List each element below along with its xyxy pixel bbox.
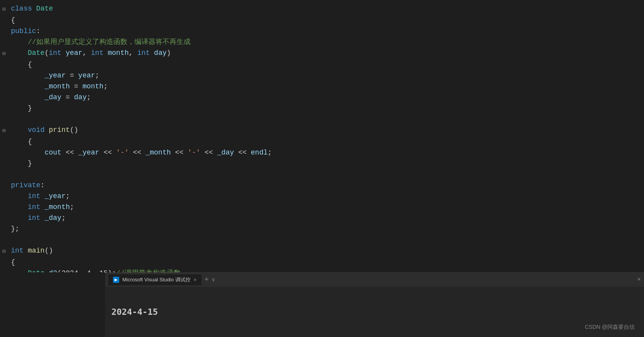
fold-gutter bbox=[0, 257, 8, 258]
code-token-plain bbox=[41, 192, 45, 200]
code-token-plain: ; bbox=[65, 192, 70, 200]
code-content: _day = day; bbox=[8, 92, 644, 103]
code-token-plain: << bbox=[171, 149, 188, 156]
code-token-member-var: _day bbox=[44, 214, 61, 222]
code-token-plain: } bbox=[11, 104, 32, 112]
code-token-member-var: _month bbox=[44, 82, 70, 90]
code-line: _year = year; bbox=[0, 70, 644, 81]
code-token-comment: //调用带参构造函数 bbox=[116, 269, 181, 272]
code-token-plain: = bbox=[70, 82, 82, 90]
code-token-plain: , bbox=[129, 49, 138, 57]
fold-gutter bbox=[0, 70, 8, 71]
code-token-plain bbox=[41, 214, 45, 222]
code-line: } bbox=[0, 158, 644, 169]
code-content: int main() bbox=[8, 245, 644, 256]
terminal-icon: ▶ bbox=[113, 277, 119, 283]
code-token-plain: << bbox=[129, 149, 146, 156]
code-token-plain: << bbox=[62, 149, 78, 156]
code-content: { bbox=[8, 257, 644, 268]
fold-gutter bbox=[0, 59, 8, 60]
code-token-plain: ; bbox=[70, 203, 74, 211]
code-token-kw-int: int bbox=[91, 49, 103, 57]
code-token-member-var: _day bbox=[44, 93, 61, 101]
code-line: ⊟int main() bbox=[0, 245, 644, 257]
code-token-var-name: d2 bbox=[49, 269, 57, 272]
fold-gutter bbox=[0, 202, 8, 202]
code-token-plain: : bbox=[41, 181, 45, 189]
code-token-class-name: Date bbox=[28, 49, 44, 57]
code-token-plain bbox=[11, 269, 28, 272]
fold-gutter[interactable]: ⊟ bbox=[0, 3, 8, 15]
terminal-tab[interactable]: ▶ Microsoft Visual Studio 调试控 × bbox=[108, 274, 201, 285]
code-line: private: bbox=[0, 180, 644, 191]
code-content: //如果用户显式定义了构造函数，编译器将不再生成 bbox=[8, 37, 644, 47]
code-token-fn-name: print bbox=[49, 126, 70, 134]
code-token-kw-int: int bbox=[28, 192, 40, 200]
code-line: ⊟ void print() bbox=[0, 125, 644, 136]
code-token-plain: = bbox=[62, 93, 74, 101]
code-token-plain: { bbox=[11, 61, 32, 68]
fold-gutter bbox=[0, 180, 8, 181]
code-token-string-val: '-' bbox=[188, 149, 200, 156]
code-token-kw-int: int bbox=[11, 247, 23, 255]
code-content: Date(int year, int month, int day) bbox=[8, 47, 644, 58]
code-line: { bbox=[0, 257, 644, 268]
code-token-plain: } bbox=[11, 160, 32, 167]
code-line: ⊟ Date d2(2024, 4, 15);//调用带参构造函数 bbox=[0, 268, 644, 272]
code-token-plain: () bbox=[70, 126, 78, 134]
code-token-plain: }; bbox=[11, 225, 19, 233]
code-token-member-var: _day bbox=[217, 149, 234, 156]
code-token-plain bbox=[32, 5, 36, 12]
fold-gutter[interactable]: ⊟ bbox=[0, 47, 8, 59]
fold-gutter bbox=[0, 158, 8, 159]
code-token-plain bbox=[44, 126, 49, 134]
code-token-plain: << bbox=[99, 149, 116, 156]
terminal-tab-close-button[interactable]: × bbox=[194, 277, 197, 283]
code-token-plain: ( bbox=[44, 49, 49, 57]
fold-gutter[interactable]: ⊟ bbox=[0, 125, 8, 136]
code-token-plain: ; bbox=[95, 72, 99, 79]
code-token-var-name: month bbox=[83, 82, 104, 90]
code-token-fn-name: main bbox=[28, 247, 44, 255]
fold-gutter[interactable]: ⊟ bbox=[0, 268, 8, 272]
code-content: int _year; bbox=[8, 191, 644, 202]
code-token-param: year bbox=[65, 49, 82, 57]
code-token-member-var: _year bbox=[78, 149, 99, 156]
code-line: _month = month; bbox=[0, 81, 644, 92]
code-token-plain bbox=[11, 38, 28, 46]
code-token-kw-int: int bbox=[49, 49, 61, 57]
code-token-plain bbox=[11, 126, 28, 134]
terminal-output: 2024-4-15 bbox=[105, 287, 644, 337]
code-token-plain: () bbox=[44, 247, 53, 255]
code-line: //如果用户显式定义了构造函数，编译器将不再生成 bbox=[0, 37, 644, 47]
code-line: ⊟class Date bbox=[0, 3, 644, 15]
code-content: Date d2(2024, 4, 15);//调用带参构造函数 bbox=[8, 268, 644, 272]
code-token-plain bbox=[11, 72, 44, 79]
code-line: _day = day; bbox=[0, 92, 644, 103]
terminal-chevron-button[interactable]: ∨ bbox=[212, 274, 215, 285]
fold-gutter bbox=[0, 26, 8, 26]
terminal-panel-close-button[interactable]: × bbox=[637, 274, 641, 285]
code-line: } bbox=[0, 103, 644, 114]
fold-gutter bbox=[0, 81, 8, 82]
code-token-plain: ) bbox=[167, 49, 171, 57]
code-line bbox=[0, 169, 644, 180]
code-content: int _day; bbox=[8, 212, 644, 223]
code-content: { bbox=[8, 136, 644, 147]
code-token-endl-kw: endl bbox=[251, 149, 268, 156]
fold-gutter bbox=[0, 114, 8, 114]
fold-gutter bbox=[0, 223, 8, 224]
code-content: { bbox=[8, 59, 644, 70]
terminal-new-tab-button[interactable]: + bbox=[203, 274, 210, 285]
fold-gutter bbox=[0, 103, 8, 104]
code-line: { bbox=[0, 15, 644, 26]
code-line: int _day; bbox=[0, 212, 644, 223]
fold-gutter[interactable]: ⊟ bbox=[0, 245, 8, 257]
code-token-plain bbox=[11, 82, 44, 90]
code-line: }; bbox=[0, 223, 644, 234]
code-token-member-var: _year bbox=[44, 72, 65, 79]
terminal-tab-bar: ▶ Microsoft Visual Studio 调试控 × + ∨ × bbox=[105, 273, 644, 287]
watermark-text: CSDN @阿森要自信 bbox=[585, 324, 635, 330]
code-token-plain: { bbox=[11, 138, 32, 146]
code-token-var-name: day bbox=[74, 93, 86, 101]
